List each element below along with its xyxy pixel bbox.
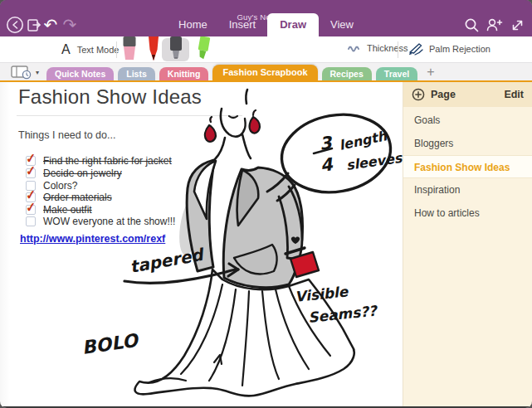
add-page-icon[interactable] xyxy=(412,88,425,101)
ribbon-tabs: Home Insert Draw View xyxy=(0,13,532,36)
section-tab-knitting[interactable]: Knitting xyxy=(159,67,209,80)
page-item-fashion-show-ideas[interactable]: Fashion Show Ideas xyxy=(403,155,532,178)
page-list: Goals Bloggers Fashion Show Ideas Inspir… xyxy=(403,109,532,225)
edit-pages-button[interactable]: Edit xyxy=(504,89,524,100)
page-sidebar: Page Edit Goals Bloggers Fashion Show Id… xyxy=(403,82,532,406)
add-person-icon xyxy=(486,17,504,33)
separator xyxy=(398,41,398,58)
titlebar: ↶ ↷ Guy's Notebook Home Insert Draw View xyxy=(0,0,532,36)
fashion-sketch-ink: 3 4 length sleeves. tapered Visible Seam… xyxy=(0,82,403,406)
section-tab-travel[interactable]: Travel xyxy=(376,67,417,80)
page-item-goals[interactable]: Goals xyxy=(403,109,532,132)
text-mode-icon: A xyxy=(61,42,71,57)
search-button[interactable] xyxy=(461,15,481,35)
section-tab-recipes[interactable]: Recipes xyxy=(322,67,372,80)
page-item-how-to-articles[interactable]: How to articles xyxy=(403,202,532,225)
share-people-button[interactable] xyxy=(485,15,505,35)
fullscreen-button[interactable] xyxy=(507,15,527,35)
notebook-icon xyxy=(11,66,33,80)
onenote-window: ↶ ↷ Guy's Notebook Home Insert Draw View xyxy=(0,0,532,408)
eraser-tool[interactable] xyxy=(121,36,138,61)
thickness-label: Thickness xyxy=(367,43,408,53)
page-item-bloggers[interactable]: Bloggers xyxy=(403,132,532,155)
thickness-wave-icon xyxy=(348,44,361,53)
draw-toolbar: A Text Mode xyxy=(0,36,532,63)
page-item-inspiration[interactable]: Inspiration xyxy=(403,178,532,202)
palm-rejection-button[interactable]: Palm Rejection xyxy=(408,42,491,56)
ribbon-tab-draw[interactable]: Draw xyxy=(267,13,319,36)
add-section-button[interactable]: + xyxy=(422,66,439,80)
text-mode-label: Text Mode xyxy=(77,45,120,55)
separator xyxy=(116,41,117,58)
section-tab-lists[interactable]: Lists xyxy=(118,67,155,80)
highlighter-tool[interactable] xyxy=(193,36,213,62)
ribbon-tab-insert[interactable]: Insert xyxy=(219,13,266,36)
search-icon xyxy=(464,17,480,33)
ribbon-tab-home[interactable]: Home xyxy=(168,13,217,36)
palm-rejection-icon xyxy=(408,42,423,56)
section-tabs: Quick Notes Lists Knitting Fashion Scrap… xyxy=(46,63,440,80)
thickness-button[interactable]: Thickness xyxy=(348,43,408,53)
section-tab-fashion-scrapbook[interactable]: Fashion Scrapbook xyxy=(212,65,317,80)
ink-bold-label: BOLO xyxy=(81,329,141,357)
notebooks-button[interactable]: ▾ xyxy=(11,66,39,80)
ink-tapered-label: tapered xyxy=(129,244,207,277)
expand-icon xyxy=(510,18,525,32)
ribbon-tab-view[interactable]: View xyxy=(320,13,364,36)
sidebar-header: Page Edit xyxy=(403,82,532,107)
palm-rejection-label: Palm Rejection xyxy=(429,44,491,54)
red-pen-tool[interactable] xyxy=(145,36,162,62)
gray-pen-tool-selected[interactable] xyxy=(167,36,185,61)
text-mode-button[interactable]: A Text Mode xyxy=(61,42,119,57)
caret-down-icon: ▾ xyxy=(36,69,39,76)
add-page-label[interactable]: Page xyxy=(431,89,456,100)
section-tab-quick-notes[interactable]: Quick Notes xyxy=(46,67,114,80)
